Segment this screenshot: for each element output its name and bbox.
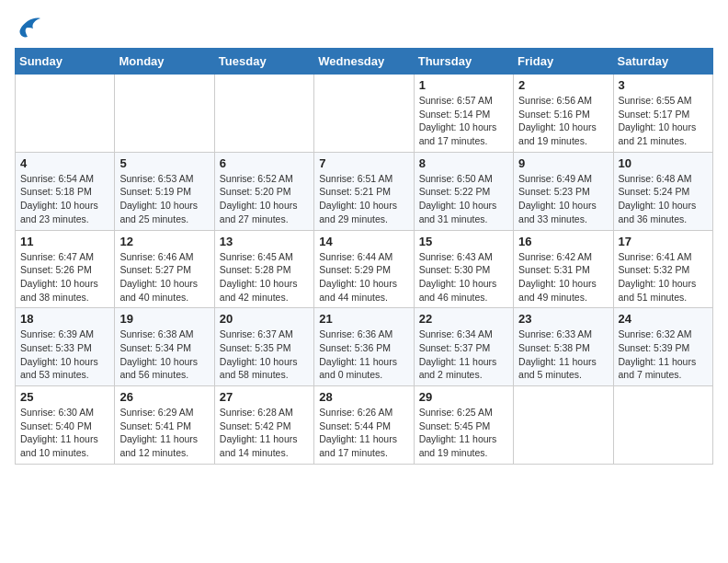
header-row: SundayMondayTuesdayWednesdayThursdayFrid… bbox=[16, 49, 713, 75]
day-info: Sunrise: 6:38 AM Sunset: 5:34 PM Dayligh… bbox=[119, 327, 209, 382]
day-number: 25 bbox=[20, 390, 109, 404]
day-number: 23 bbox=[518, 312, 608, 326]
day-number: 5 bbox=[119, 156, 209, 170]
day-info: Sunrise: 6:56 AM Sunset: 5:16 PM Dayligh… bbox=[518, 94, 608, 148]
header-cell-tuesday: Tuesday bbox=[214, 49, 313, 75]
header-cell-saturday: Saturday bbox=[613, 49, 712, 75]
day-info: Sunrise: 6:41 AM Sunset: 5:32 PM Dayligh… bbox=[619, 250, 708, 304]
calendar-cell: 8Sunrise: 6:50 AM Sunset: 5:22 PM Daylig… bbox=[414, 152, 513, 230]
header-cell-friday: Friday bbox=[514, 49, 613, 75]
day-info: Sunrise: 6:37 AM Sunset: 5:35 PM Dayligh… bbox=[220, 327, 309, 382]
day-info: Sunrise: 6:52 AM Sunset: 5:20 PM Dayligh… bbox=[220, 172, 309, 226]
day-info: Sunrise: 6:25 AM Sunset: 5:45 PM Dayligh… bbox=[419, 406, 508, 460]
calendar-cell: 5Sunrise: 6:53 AM Sunset: 5:19 PM Daylig… bbox=[115, 152, 214, 230]
week-row-5: 25Sunrise: 6:30 AM Sunset: 5:40 PM Dayli… bbox=[16, 386, 713, 465]
day-info: Sunrise: 6:34 AM Sunset: 5:37 PM Dayligh… bbox=[419, 327, 508, 382]
day-number: 16 bbox=[518, 235, 608, 248]
calendar-cell: 11Sunrise: 6:47 AM Sunset: 5:26 PM Dayli… bbox=[16, 230, 115, 308]
calendar-cell: 4Sunrise: 6:54 AM Sunset: 5:18 PM Daylig… bbox=[16, 152, 115, 230]
day-number: 4 bbox=[20, 156, 109, 170]
calendar-cell: 23Sunrise: 6:33 AM Sunset: 5:38 PM Dayli… bbox=[514, 308, 613, 386]
header-cell-wednesday: Wednesday bbox=[314, 49, 414, 75]
page-header bbox=[15, 15, 713, 40]
calendar-cell: 21Sunrise: 6:36 AM Sunset: 5:36 PM Dayli… bbox=[314, 308, 414, 386]
logo-bird-icon bbox=[15, 15, 44, 40]
day-info: Sunrise: 6:47 AM Sunset: 5:26 PM Dayligh… bbox=[20, 250, 109, 304]
calendar-cell: 6Sunrise: 6:52 AM Sunset: 5:20 PM Daylig… bbox=[214, 152, 313, 230]
week-row-2: 4Sunrise: 6:54 AM Sunset: 5:18 PM Daylig… bbox=[16, 152, 713, 230]
day-number: 15 bbox=[419, 235, 508, 248]
day-number: 6 bbox=[220, 156, 309, 170]
calendar-body: 1Sunrise: 6:57 AM Sunset: 5:14 PM Daylig… bbox=[16, 75, 713, 465]
day-number: 13 bbox=[220, 235, 309, 248]
calendar-table: SundayMondayTuesdayWednesdayThursdayFrid… bbox=[15, 48, 713, 465]
calendar-cell bbox=[115, 75, 214, 153]
day-info: Sunrise: 6:26 AM Sunset: 5:44 PM Dayligh… bbox=[319, 406, 408, 460]
day-info: Sunrise: 6:39 AM Sunset: 5:33 PM Dayligh… bbox=[20, 327, 109, 382]
day-number: 8 bbox=[419, 156, 508, 170]
calendar-cell: 9Sunrise: 6:49 AM Sunset: 5:23 PM Daylig… bbox=[514, 152, 613, 230]
calendar-cell: 3Sunrise: 6:55 AM Sunset: 5:17 PM Daylig… bbox=[613, 75, 712, 153]
day-info: Sunrise: 6:44 AM Sunset: 5:29 PM Dayligh… bbox=[319, 250, 408, 304]
calendar-cell: 26Sunrise: 6:29 AM Sunset: 5:41 PM Dayli… bbox=[115, 386, 214, 465]
day-info: Sunrise: 6:51 AM Sunset: 5:21 PM Dayligh… bbox=[319, 172, 408, 226]
day-number: 26 bbox=[119, 390, 209, 404]
day-number: 18 bbox=[20, 312, 109, 326]
day-info: Sunrise: 6:45 AM Sunset: 5:28 PM Dayligh… bbox=[220, 250, 309, 304]
day-number: 9 bbox=[518, 156, 608, 170]
calendar-cell bbox=[16, 75, 115, 153]
day-info: Sunrise: 6:42 AM Sunset: 5:31 PM Dayligh… bbox=[518, 250, 608, 304]
week-row-1: 1Sunrise: 6:57 AM Sunset: 5:14 PM Daylig… bbox=[16, 75, 713, 153]
calendar-cell bbox=[214, 75, 313, 153]
calendar-cell: 16Sunrise: 6:42 AM Sunset: 5:31 PM Dayli… bbox=[514, 230, 613, 308]
day-info: Sunrise: 6:29 AM Sunset: 5:41 PM Dayligh… bbox=[119, 406, 209, 460]
calendar-cell: 14Sunrise: 6:44 AM Sunset: 5:29 PM Dayli… bbox=[314, 230, 414, 308]
day-number: 12 bbox=[119, 235, 209, 248]
calendar-cell: 12Sunrise: 6:46 AM Sunset: 5:27 PM Dayli… bbox=[115, 230, 214, 308]
calendar-cell: 2Sunrise: 6:56 AM Sunset: 5:16 PM Daylig… bbox=[514, 75, 613, 153]
calendar-cell bbox=[314, 75, 414, 153]
day-number: 20 bbox=[220, 312, 309, 326]
day-number: 28 bbox=[319, 390, 408, 404]
day-number: 10 bbox=[619, 156, 708, 170]
day-number: 11 bbox=[20, 235, 109, 248]
week-row-4: 18Sunrise: 6:39 AM Sunset: 5:33 PM Dayli… bbox=[16, 308, 713, 386]
day-number: 24 bbox=[619, 312, 708, 326]
day-info: Sunrise: 6:28 AM Sunset: 5:42 PM Dayligh… bbox=[220, 406, 309, 460]
day-number: 29 bbox=[419, 390, 508, 404]
calendar-cell: 19Sunrise: 6:38 AM Sunset: 5:34 PM Dayli… bbox=[115, 308, 214, 386]
day-number: 14 bbox=[319, 235, 408, 248]
day-info: Sunrise: 6:53 AM Sunset: 5:19 PM Dayligh… bbox=[119, 172, 209, 226]
calendar-cell: 29Sunrise: 6:25 AM Sunset: 5:45 PM Dayli… bbox=[414, 386, 513, 465]
week-row-3: 11Sunrise: 6:47 AM Sunset: 5:26 PM Dayli… bbox=[16, 230, 713, 308]
day-info: Sunrise: 6:48 AM Sunset: 5:24 PM Dayligh… bbox=[619, 172, 708, 226]
day-number: 7 bbox=[319, 156, 408, 170]
day-number: 21 bbox=[319, 312, 408, 326]
calendar-cell: 25Sunrise: 6:30 AM Sunset: 5:40 PM Dayli… bbox=[16, 386, 115, 465]
logo bbox=[15, 15, 48, 40]
calendar-cell: 24Sunrise: 6:32 AM Sunset: 5:39 PM Dayli… bbox=[613, 308, 712, 386]
day-info: Sunrise: 6:32 AM Sunset: 5:39 PM Dayligh… bbox=[619, 327, 708, 382]
day-info: Sunrise: 6:55 AM Sunset: 5:17 PM Dayligh… bbox=[619, 94, 708, 148]
calendar-cell: 17Sunrise: 6:41 AM Sunset: 5:32 PM Dayli… bbox=[613, 230, 712, 308]
calendar-cell bbox=[514, 386, 613, 465]
calendar-cell bbox=[613, 386, 712, 465]
day-info: Sunrise: 6:54 AM Sunset: 5:18 PM Dayligh… bbox=[20, 172, 109, 226]
day-number: 3 bbox=[619, 78, 708, 92]
calendar-cell: 13Sunrise: 6:45 AM Sunset: 5:28 PM Dayli… bbox=[214, 230, 313, 308]
calendar-header: SundayMondayTuesdayWednesdayThursdayFrid… bbox=[16, 49, 713, 75]
day-info: Sunrise: 6:50 AM Sunset: 5:22 PM Dayligh… bbox=[419, 172, 508, 226]
day-info: Sunrise: 6:30 AM Sunset: 5:40 PM Dayligh… bbox=[20, 406, 109, 460]
day-info: Sunrise: 6:33 AM Sunset: 5:38 PM Dayligh… bbox=[518, 327, 608, 382]
calendar-cell: 22Sunrise: 6:34 AM Sunset: 5:37 PM Dayli… bbox=[414, 308, 513, 386]
calendar-cell: 15Sunrise: 6:43 AM Sunset: 5:30 PM Dayli… bbox=[414, 230, 513, 308]
day-number: 19 bbox=[119, 312, 209, 326]
calendar-cell: 10Sunrise: 6:48 AM Sunset: 5:24 PM Dayli… bbox=[613, 152, 712, 230]
calendar-cell: 1Sunrise: 6:57 AM Sunset: 5:14 PM Daylig… bbox=[414, 75, 513, 153]
calendar-cell: 20Sunrise: 6:37 AM Sunset: 5:35 PM Dayli… bbox=[214, 308, 313, 386]
calendar-cell: 28Sunrise: 6:26 AM Sunset: 5:44 PM Dayli… bbox=[314, 386, 414, 465]
day-info: Sunrise: 6:46 AM Sunset: 5:27 PM Dayligh… bbox=[119, 250, 209, 304]
header-cell-sunday: Sunday bbox=[16, 49, 115, 75]
day-info: Sunrise: 6:36 AM Sunset: 5:36 PM Dayligh… bbox=[319, 327, 408, 382]
day-info: Sunrise: 6:57 AM Sunset: 5:14 PM Dayligh… bbox=[419, 94, 508, 148]
